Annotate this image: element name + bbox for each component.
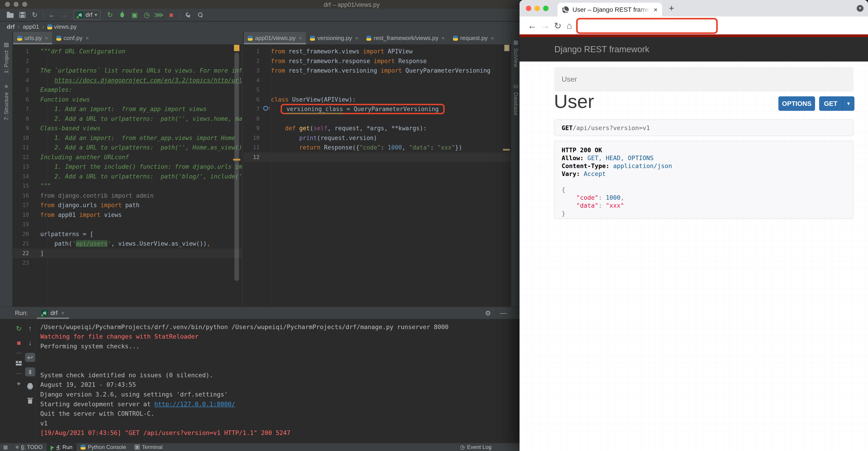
- editor-tabbar-left: urls.py×conf.py×: [13, 32, 243, 44]
- statusbar-item--run[interactable]: ▶4: Run: [46, 443, 76, 451]
- close-window-icon[interactable]: [526, 6, 531, 11]
- token: """: [40, 183, 51, 189]
- rerun-icon[interactable]: ↻: [14, 324, 24, 333]
- profile-icon[interactable]: ◷: [141, 10, 153, 20]
- statusbar-item-event-log[interactable]: ◷Event Log: [456, 443, 496, 451]
- back-icon[interactable]: ←: [46, 10, 58, 20]
- restore-layout-icon[interactable]: [14, 359, 24, 368]
- warning-stripe-mark[interactable]: [503, 149, 510, 151]
- drf-breadcrumb-user[interactable]: User: [562, 75, 577, 84]
- clear-console-icon[interactable]: [25, 396, 35, 405]
- close-tab-icon[interactable]: ×: [86, 35, 89, 41]
- pin-icon[interactable]: ⌖: [14, 379, 24, 388]
- editor-tab-urls-py[interactable]: urls.py×: [13, 32, 52, 44]
- close-icon[interactable]: ×: [61, 310, 64, 316]
- get-dropdown-caret[interactable]: ▼: [842, 96, 855, 111]
- code-text: print(request.version): [271, 135, 511, 141]
- editor-tab-rest_framework-views-py[interactable]: rest_framework/views.py×: [362, 32, 449, 44]
- back-icon[interactable]: ←: [528, 21, 537, 31]
- breadcrumb-item-views-py[interactable]: views.py: [47, 23, 77, 30]
- tab-search-icon[interactable]: ▼: [857, 5, 864, 12]
- minimize-window-icon[interactable]: [13, 2, 19, 7]
- code-line: 2from rest_framework.response import Res…: [244, 56, 511, 66]
- glyph: ◷: [144, 11, 150, 19]
- options-button[interactable]: OPTIONS: [778, 96, 815, 111]
- minimize-window-icon[interactable]: [534, 6, 540, 11]
- token: "data": [409, 144, 430, 151]
- down-stack-trace-icon[interactable]: ↓: [25, 339, 35, 347]
- editor-tab-app01-views-py[interactable]: app01/views.py×: [244, 32, 306, 44]
- new-tab-button[interactable]: +: [669, 3, 674, 13]
- home-icon[interactable]: ⌂: [567, 21, 572, 31]
- token: path(: [40, 240, 72, 247]
- print-icon[interactable]: [25, 382, 35, 391]
- forward-icon[interactable]: →: [541, 21, 550, 31]
- code-line: 5Examples:: [13, 85, 242, 95]
- zoom-window-icon[interactable]: [543, 6, 549, 11]
- up-stack-trace-icon[interactable]: ↑: [25, 324, 35, 333]
- save-icon[interactable]: [16, 10, 29, 20]
- stop-icon[interactable]: ■: [165, 10, 177, 20]
- zoom-window-icon[interactable]: [22, 2, 27, 7]
- stripe-button-1-project[interactable]: ▨1: Project: [3, 41, 9, 73]
- concurrency-icon[interactable]: ⋙: [153, 10, 165, 20]
- breadcrumb-item-app01[interactable]: app01: [23, 23, 39, 30]
- tab-label: versioning.py: [317, 35, 352, 42]
- editor-tab-versioning-py[interactable]: versioning.py×: [306, 32, 362, 44]
- sync-icon[interactable]: ↻: [29, 10, 41, 20]
- run-tab-drf[interactable]: dj drf ×: [37, 307, 69, 319]
- search-icon[interactable]: [194, 10, 207, 20]
- scroll-to-end-icon[interactable]: ⇟: [25, 367, 35, 376]
- statusbar-item-python-console[interactable]: Python Console: [76, 443, 130, 451]
- close-tab-icon[interactable]: ×: [491, 35, 494, 41]
- token: 1000: [388, 144, 402, 151]
- pycharm-titlebar: drf – app01/views.py: [0, 0, 521, 9]
- editor-tab-conf-py[interactable]: conf.py×: [52, 32, 93, 44]
- stop-icon[interactable]: ■: [14, 339, 24, 347]
- close-tab-icon[interactable]: ×: [299, 35, 302, 41]
- hide-panel-icon[interactable]: —: [500, 309, 507, 317]
- breadcrumb-item-drf[interactable]: drf: [7, 23, 15, 30]
- code-line: 22]: [13, 249, 242, 258]
- warning-stripe-mark[interactable]: [233, 159, 240, 161]
- rerun-icon[interactable]: ↻: [104, 10, 116, 20]
- close-tab-icon[interactable]: ×: [355, 35, 358, 41]
- statusbar-item-terminal[interactable]: ❯Terminal: [130, 443, 167, 451]
- warning-stripe-mark[interactable]: [234, 45, 239, 51]
- run-config-combo[interactable]: djdrf▾: [73, 10, 101, 20]
- tool-window-switcher-icon[interactable]: ▦: [3, 444, 8, 450]
- get-button[interactable]: GET: [819, 96, 842, 111]
- token: :: [381, 144, 388, 151]
- wrench-icon[interactable]: [182, 10, 194, 20]
- run-label: Run:: [15, 310, 28, 317]
- stripe-button-sciview[interactable]: ▦SciView: [513, 39, 519, 67]
- server-url-link[interactable]: http://127.0.0.1:8000/: [154, 400, 235, 408]
- response-token: GET, HEAD, OPTIONS: [584, 155, 654, 161]
- close-tab-icon[interactable]: ×: [45, 35, 48, 41]
- browser-window: User – Django REST framework × + ▼ ← → ↻…: [520, 0, 868, 451]
- coverage-icon[interactable]: ▣: [128, 10, 141, 20]
- code-editor-urls-py[interactable]: 1"""drf URL Configuration23The `urlpatte…: [13, 44, 243, 307]
- statusbar-item--todo[interactable]: ≡6: TODO: [11, 443, 46, 451]
- stripe-button-7-structure[interactable]: ≡7: Structure: [3, 83, 9, 120]
- close-tab-icon[interactable]: ×: [653, 6, 657, 13]
- console-text: Watching for file changes with StatReloa…: [40, 333, 198, 340]
- settings-gear-icon[interactable]: ⚙: [485, 309, 491, 317]
- editor-tab-request-py[interactable]: request.py×: [449, 32, 498, 44]
- reload-icon[interactable]: ↻: [554, 21, 562, 31]
- code-line: 15""": [13, 181, 242, 191]
- forward-icon[interactable]: →: [58, 10, 70, 20]
- browser-tab[interactable]: User – Django REST framework ×: [558, 3, 662, 17]
- warning-stripe-mark[interactable]: [504, 45, 509, 51]
- close-window-icon[interactable]: [5, 2, 10, 7]
- code-editor-views-py[interactable]: 1from rest_framework.views import APIVie…: [244, 44, 511, 307]
- editor-scrollbar[interactable]: [235, 53, 239, 281]
- soft-wrap-icon[interactable]: ↩: [25, 353, 35, 362]
- close-tab-icon[interactable]: ×: [442, 35, 445, 41]
- debug-icon[interactable]: [116, 10, 128, 20]
- glyph: →: [61, 11, 67, 19]
- code-line: 17from django.urls import path: [13, 200, 242, 210]
- console-text: August 19, 2021 - 07:43:55: [40, 381, 136, 388]
- open-icon[interactable]: [4, 10, 16, 20]
- stripe-button-database[interactable]: ⛁Database: [513, 83, 519, 116]
